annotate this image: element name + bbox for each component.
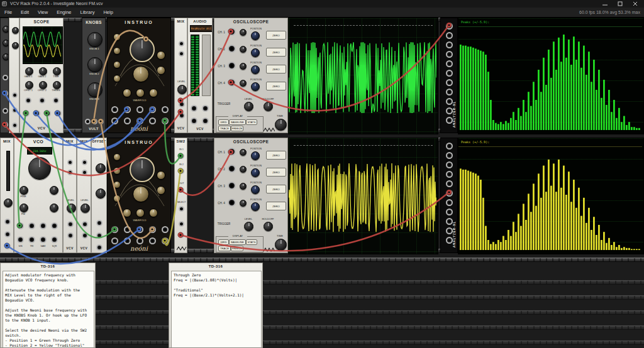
menu-help[interactable]: Help — [99, 8, 117, 17]
level-knob[interactable] — [177, 85, 187, 94]
offset-knob[interactable] — [96, 163, 106, 173]
ch4-position-knob[interactable] — [251, 202, 260, 211]
mini-knob[interactable] — [113, 167, 121, 175]
maximize-button[interactable] — [613, 0, 628, 8]
ch4-scale-knob[interactable] — [240, 80, 247, 87]
ch1-scale-knob[interactable] — [240, 149, 247, 156]
fm-depth-knob[interactable] — [133, 186, 149, 202]
baseline-button[interactable]: BASELINE — [229, 239, 246, 245]
frequency-knob[interactable] — [130, 37, 155, 62]
trig-level-knob[interactable] — [244, 222, 253, 231]
freeze-button[interactable]: FREEZE — [231, 126, 243, 131]
frequency-knob[interactable] — [130, 157, 155, 182]
in-port[interactable] — [179, 41, 184, 46]
port[interactable] — [162, 106, 169, 113]
grid-button[interactable]: GRID — [218, 119, 229, 125]
fine-knob[interactable] — [19, 186, 28, 195]
analyzer-port[interactable] — [446, 51, 453, 58]
cv1-port[interactable] — [85, 119, 91, 124]
menu-engine[interactable]: Engine — [52, 8, 75, 17]
saw-out-port[interactable] — [40, 236, 47, 243]
ch2-position-knob[interactable] — [251, 48, 260, 57]
out-port[interactable] — [82, 232, 88, 239]
tzfm-port[interactable] — [111, 106, 118, 113]
port[interactable] — [124, 117, 131, 124]
port[interactable] — [39, 97, 45, 104]
ch4-input-port[interactable] — [228, 198, 236, 207]
pwm-knob[interactable] — [50, 204, 58, 212]
port[interactable] — [3, 122, 8, 128]
analyzer-in-port[interactable] — [446, 190, 453, 197]
close-button[interactable] — [628, 0, 643, 8]
mini-knob[interactable] — [136, 209, 145, 217]
mini-knob[interactable] — [136, 89, 145, 97]
mini-knob[interactable] — [3, 26, 9, 33]
in-port[interactable] — [82, 170, 87, 175]
out-port[interactable] — [162, 237, 169, 244]
menu-library[interactable]: Library — [76, 8, 99, 17]
mini-knob[interactable] — [113, 75, 121, 82]
analyzer-port[interactable] — [446, 98, 453, 105]
level-fader-track[interactable] — [202, 35, 211, 96]
menu-file[interactable]: File — [0, 8, 16, 17]
analyzer-port[interactable] — [446, 60, 453, 67]
from-device-port[interactable] — [202, 117, 209, 124]
ch3-scale-knob[interactable] — [240, 183, 247, 190]
port[interactable] — [179, 221, 184, 227]
pitch-port[interactable] — [17, 222, 24, 229]
mini-knob[interactable] — [3, 40, 9, 46]
mini-knob[interactable] — [113, 153, 121, 161]
mini-knob[interactable] — [157, 171, 165, 180]
scale-knob[interactable] — [96, 188, 106, 198]
frequency-knob[interactable] — [28, 157, 51, 180]
port[interactable] — [179, 232, 184, 238]
port[interactable] — [136, 117, 143, 124]
in-port[interactable] — [179, 51, 184, 57]
port[interactable] — [111, 117, 118, 124]
from-device-port[interactable] — [191, 117, 197, 124]
menu-view[interactable]: View — [33, 8, 52, 17]
analyzer-port[interactable] — [446, 171, 453, 178]
mini-knob[interactable] — [113, 61, 121, 68]
ch1-zero-button[interactable]: ZERO — [266, 151, 286, 160]
in1-port[interactable] — [23, 110, 30, 117]
ch3-position-knob[interactable] — [251, 185, 260, 194]
out-port[interactable] — [96, 232, 103, 239]
ch2-scale-knob[interactable] — [240, 166, 247, 173]
analyzer-port[interactable] — [446, 117, 453, 124]
mini-knob[interactable] — [113, 181, 121, 188]
ch1-scale-knob[interactable] — [240, 29, 247, 36]
mini-knob[interactable] — [12, 42, 19, 49]
tzfm-port[interactable] — [111, 226, 118, 233]
analyzer-port[interactable] — [446, 79, 453, 86]
fm-port[interactable] — [124, 106, 131, 113]
port[interactable] — [149, 106, 156, 113]
level-slider[interactable] — [6, 151, 10, 191]
title-bar[interactable]: VCV Rack Pro 2.0.4 - Investigate Neoni F… — [0, 0, 644, 8]
mini-knob[interactable] — [157, 186, 165, 195]
analyzer-port[interactable] — [446, 161, 453, 168]
minimize-button[interactable] — [597, 0, 613, 8]
trig-level-knob[interactable] — [244, 102, 253, 111]
sin-out-port[interactable] — [17, 236, 24, 243]
sync-port[interactable] — [40, 222, 47, 229]
mini-knob[interactable] — [149, 89, 158, 97]
analyzer-port[interactable] — [446, 199, 453, 206]
time-knob[interactable] — [275, 239, 287, 251]
ch4-zero-button[interactable]: ZERO — [266, 202, 286, 210]
tri-out-port[interactable] — [28, 236, 35, 243]
port[interactable] — [136, 237, 143, 244]
menu-edit[interactable]: Edit — [16, 8, 33, 17]
port[interactable] — [3, 108, 8, 114]
note-area[interactable]: Adjust modulator frequency with Bogaudio… — [3, 271, 94, 348]
port[interactable] — [12, 92, 18, 98]
level-knob[interactable] — [67, 204, 76, 213]
analyzer-port[interactable] — [446, 227, 453, 234]
mini-knob[interactable] — [123, 209, 131, 217]
in-port[interactable] — [67, 160, 73, 165]
trig-port[interactable] — [25, 97, 31, 104]
mini-knob[interactable] — [113, 47, 121, 55]
ch1-zero-button[interactable]: ZERO — [266, 31, 286, 40]
stats-button[interactable]: STATS — [246, 239, 257, 245]
ch2-input-port[interactable] — [228, 45, 236, 53]
